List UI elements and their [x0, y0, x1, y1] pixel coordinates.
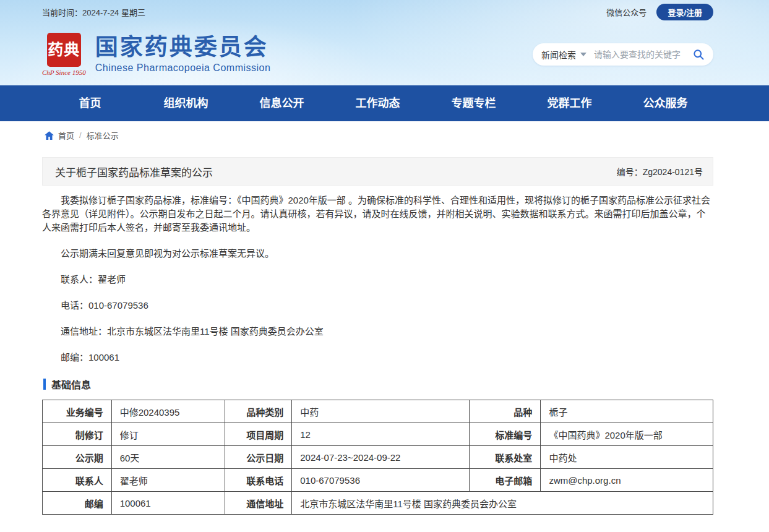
cell-label: 业务编号 — [43, 400, 112, 423]
breadcrumb-separator: / — [79, 131, 82, 140]
cell-label: 联系人 — [43, 469, 112, 492]
cell-label: 联系电话 — [225, 469, 291, 492]
search-icon — [692, 48, 705, 61]
doc-number: 编号：Zg2024-0121号 — [617, 165, 703, 178]
nav-item-info-disclosure[interactable]: 信息公开 — [234, 85, 330, 121]
cell-value: 栀子 — [541, 400, 713, 423]
cell-value: 中修20240395 — [111, 400, 225, 423]
site-subtitle: Chinese Pharmacopoeia Commission — [95, 62, 271, 74]
home-icon — [45, 131, 54, 140]
cell-value: 中药处 — [541, 446, 713, 469]
main-nav: 首页 组织机构 信息公开 工作动态 专题专栏 党群工作 公众服务 — [0, 85, 769, 121]
cell-value: zwm@chp.org.cn — [541, 469, 713, 492]
cell-value: 2024-07-23~2024-09-22 — [292, 446, 470, 469]
wechat-link[interactable]: 微信公众号 — [606, 6, 647, 18]
article-postcode: 邮编：100061 — [42, 351, 713, 364]
nav-item-party-work[interactable]: 党群工作 — [522, 85, 617, 121]
cell-value: 12 — [292, 423, 470, 446]
cell-value: 修订 — [111, 423, 225, 446]
article-contact-person: 联系人：翟老师 — [42, 273, 713, 286]
article-body: 我委拟修订栀子国家药品标准，标准编号：《中国药典》2020年版一部 。为确保标准… — [42, 186, 713, 364]
cell-label: 联系处室 — [470, 446, 541, 469]
section-accent-bar — [43, 379, 46, 390]
cell-label: 通信地址 — [225, 492, 291, 515]
nav-item-work-updates[interactable]: 工作动态 — [330, 85, 426, 121]
topbar: 当前时间：2024-7-24 星期三 微信公众号 登录/注册 — [0, 0, 769, 24]
table-row: 公示期 60天 公示日期 2024-07-23~2024-09-22 联系处室 … — [43, 446, 713, 469]
main-content: 关于栀子国家药品标准草案的公示 编号：Zg2024-0121号 我委拟修订栀子国… — [42, 157, 713, 515]
article-paragraph: 我委拟修订栀子国家药品标准，标准编号：《中国药典》2020年版一部 。为确保标准… — [42, 194, 713, 234]
table-row: 制修订 修订 项目周期 12 标准编号 《中国药典》2020年版一部 — [43, 423, 713, 446]
section-title: 基础信息 — [51, 377, 91, 392]
cell-value: 中药 — [292, 400, 470, 423]
article-paragraph: 公示期满未回复意见即视为对公示标准草案无异议。 — [42, 247, 713, 260]
seal-icon: 药典 — [47, 33, 81, 67]
nav-item-special-columns[interactable]: 专题专栏 — [426, 85, 522, 121]
site-header: 当前时间：2024-7-24 星期三 微信公众号 登录/注册 药典 ChP Si… — [0, 0, 769, 85]
cell-value: 《中国药典》2020年版一部 — [541, 423, 713, 446]
site-logo: 药典 ChP Since 1950 国家药典委员会 Chinese Pharma… — [42, 33, 270, 76]
caret-down-icon — [580, 53, 586, 56]
search-category-dropdown[interactable]: 新闻检索 — [541, 48, 586, 61]
basic-info-section-header: 基础信息 — [43, 377, 713, 392]
table-row: 业务编号 中修20240395 品种类别 中药 品种 栀子 — [43, 400, 713, 423]
basic-info-table: 业务编号 中修20240395 品种类别 中药 品种 栀子 制修订 修订 项目周… — [42, 400, 713, 515]
page-title: 关于栀子国家药品标准草案的公示 — [55, 164, 213, 179]
cell-label: 电子邮箱 — [470, 469, 541, 492]
current-time: 当前时间：2024-7-24 星期三 — [42, 6, 145, 18]
nav-item-public-service[interactable]: 公众服务 — [617, 85, 713, 121]
cell-value: 100061 — [111, 492, 225, 515]
chp-seal-logo: 药典 ChP Since 1950 — [42, 33, 86, 76]
seal-caption: ChP Since 1950 — [42, 69, 86, 76]
breadcrumb-home-link[interactable]: 首页 — [58, 129, 74, 141]
search-button[interactable] — [691, 47, 706, 62]
nav-item-home[interactable]: 首页 — [42, 85, 138, 121]
cell-label: 品种 — [470, 400, 541, 423]
table-row: 邮编 100061 通信地址 北京市东城区法华南里11号楼 国家药典委员会办公室 — [43, 492, 713, 515]
breadcrumb: 首页 / 标准公示 — [42, 121, 713, 147]
cell-label: 邮编 — [43, 492, 112, 515]
cell-value: 北京市东城区法华南里11号楼 国家药典委员会办公室 — [292, 492, 713, 515]
search-input[interactable] — [594, 49, 691, 59]
article-mail-address: 通信地址：北京市东城区法华南里11号楼 国家药典委员会办公室 — [42, 325, 713, 338]
search-box: 新闻检索 — [533, 43, 713, 66]
table-row: 联系人 翟老师 联系电话 010-67079536 电子邮箱 zwm@chp.o… — [43, 469, 713, 492]
cell-label: 公示期 — [43, 446, 112, 469]
nav-item-organization[interactable]: 组织机构 — [138, 85, 234, 121]
login-register-button[interactable]: 登录/注册 — [656, 4, 713, 20]
cell-value: 60天 — [111, 446, 225, 469]
site-title: 国家药典委员会 — [95, 35, 271, 61]
cell-label: 品种类别 — [225, 400, 291, 423]
breadcrumb-current[interactable]: 标准公示 — [87, 129, 119, 141]
search-category-label: 新闻检索 — [541, 48, 576, 61]
cell-label: 制修订 — [43, 423, 112, 446]
cell-label: 标准编号 — [470, 423, 541, 446]
cell-label: 公示日期 — [225, 446, 291, 469]
cell-value: 翟老师 — [111, 469, 225, 492]
article-phone: 电话：010-67079536 — [42, 299, 713, 312]
cell-value: 010-67079536 — [292, 469, 470, 492]
cell-label: 项目周期 — [225, 423, 291, 446]
article-title-bar: 关于栀子国家药品标准草案的公示 编号：Zg2024-0121号 — [42, 157, 713, 186]
